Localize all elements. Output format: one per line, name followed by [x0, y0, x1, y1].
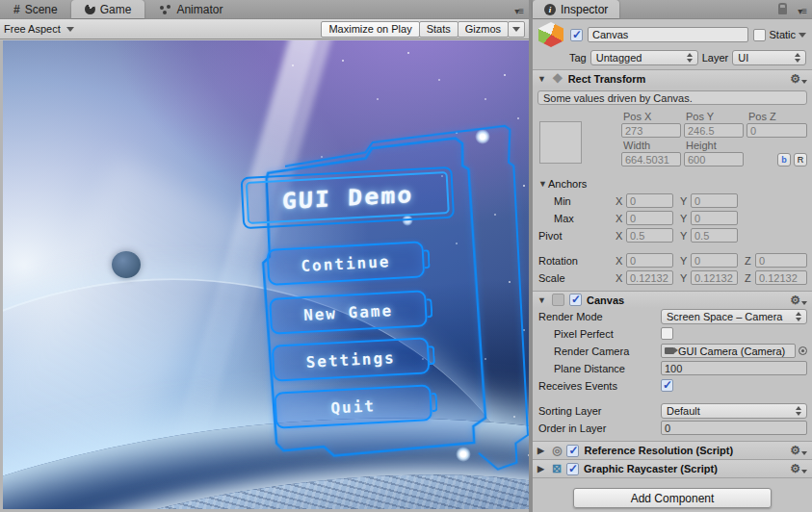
- axis-y-label: Y: [680, 272, 688, 284]
- pos-y-field: 246.5: [684, 123, 744, 138]
- rect-transform-icon: ❖: [552, 71, 563, 86]
- height-label: Height: [684, 139, 744, 151]
- static-checkbox[interactable]: [753, 29, 766, 41]
- pane-menu-icon[interactable]: ▾≡: [514, 6, 523, 16]
- canvas-enabled-checkbox[interactable]: [569, 294, 582, 306]
- aspect-dropdown[interactable]: Free Aspect: [4, 23, 163, 35]
- gear-icon: ⚙: [790, 294, 800, 307]
- graphic-raycaster-header[interactable]: ▶ ⊠ Graphic Raycaster (Script) ⚙: [533, 459, 812, 477]
- game-pacman-icon: [85, 4, 95, 14]
- canvas-scaler-icon: ◎: [552, 444, 562, 457]
- maximize-on-play-button[interactable]: Maximize on Play: [321, 21, 419, 38]
- foldout-closed-icon[interactable]: ▶: [537, 446, 547, 455]
- object-picker-icon[interactable]: [799, 346, 807, 355]
- tab-animator[interactable]: Animator: [144, 0, 236, 18]
- continue-label: Continue: [301, 252, 391, 275]
- graphic-raycaster-title: Graphic Raycaster (Script): [584, 463, 718, 474]
- axis-x-label: X: [616, 195, 623, 207]
- chevron-down-icon: [512, 27, 520, 32]
- render-mode-dropdown[interactable]: Screen Space – Camera: [661, 309, 807, 324]
- rect-transform-title: Rect Transform: [568, 73, 646, 85]
- tag-dropdown[interactable]: Untagged: [590, 50, 698, 65]
- pos-x-field: 273: [621, 123, 681, 138]
- anchors-max-row: Max X 0 Y 0: [533, 210, 812, 226]
- pivot-y-field: 0.5: [691, 228, 738, 243]
- tab-scene[interactable]: # Scene: [0, 0, 71, 18]
- sorting-layer-label: Sorting Layer: [538, 405, 661, 417]
- reference-resolution-checkbox[interactable]: [566, 445, 579, 457]
- sorting-layer-value: Default: [667, 405, 700, 417]
- rotation-x-field: 0: [626, 253, 673, 268]
- rotation-z-field: 0: [755, 253, 807, 268]
- quit-label: Quit: [330, 397, 376, 417]
- height-field: 600: [684, 152, 744, 166]
- foldout-open-icon[interactable]: ▼: [537, 74, 547, 84]
- anchors-label: Anchors: [548, 178, 587, 190]
- plane-distance-label: Plane Distance: [538, 363, 661, 374]
- render-camera-row: Render Camera GUI Camera (Camera): [533, 343, 812, 359]
- gear-caret-icon: [801, 301, 807, 305]
- chevron-down-icon: [66, 27, 74, 32]
- reference-resolution-header[interactable]: ▶ ◎ Reference Resolution (Script) ⚙: [533, 441, 812, 459]
- camera-icon: [665, 347, 674, 354]
- add-component-button[interactable]: Add Component: [573, 488, 772, 508]
- scene-game-pane: # Scene Game Animator ▾≡ Free Aspect Max…: [0, 0, 529, 512]
- raw-edit-mode-button[interactable]: R: [794, 153, 807, 166]
- aspect-dropdown-label: Free Aspect: [4, 23, 61, 35]
- scale-label: Scale: [538, 272, 616, 284]
- axis-y-label: Y: [680, 195, 688, 207]
- tab-game[interactable]: Game: [71, 0, 145, 18]
- graphic-raycaster-checkbox[interactable]: [566, 463, 579, 475]
- pivot-row: Pivot X 0.5 Y 0.5: [533, 227, 812, 243]
- blueprint-mode-button[interactable]: b: [777, 153, 791, 166]
- max-x-field: 0: [626, 211, 673, 225]
- component-menu[interactable]: ⚙: [790, 294, 807, 307]
- gizmos-dropdown[interactable]: [508, 21, 525, 38]
- order-in-layer-field[interactable]: 0: [661, 421, 807, 435]
- pos-z-label: Pos Z: [747, 110, 807, 122]
- axis-y-label: Y: [680, 230, 688, 242]
- foldout-closed-icon[interactable]: ▶: [537, 464, 547, 474]
- rect-position-cluster: Pos X Pos Y Pos Z 273 246.5 0 Width Heig…: [538, 110, 807, 171]
- anchors-foldout[interactable]: ▼ Anchors: [533, 175, 812, 192]
- active-checkbox[interactable]: [570, 29, 583, 41]
- layer-value: UI: [738, 52, 748, 64]
- add-component-label: Add Component: [631, 492, 715, 505]
- lock-icon[interactable]: [778, 8, 787, 14]
- notice-text: Some values driven by Canvas.: [543, 92, 693, 104]
- component-menu[interactable]: ⚙: [790, 444, 807, 457]
- component-menu[interactable]: ⚙: [790, 462, 807, 475]
- width-label: Width: [621, 139, 681, 151]
- max-label: Max: [538, 213, 616, 224]
- tab-inspector[interactable]: i Inspector: [533, 0, 619, 18]
- component-menu[interactable]: ⚙: [790, 72, 807, 86]
- gizmos-button[interactable]: Gizmos: [458, 21, 509, 38]
- foldout-open-icon[interactable]: ▼: [537, 295, 547, 305]
- pane-menu-icon[interactable]: ▾≡: [798, 6, 806, 16]
- layer-dropdown[interactable]: UI: [732, 50, 806, 65]
- layer-label: Layer: [702, 52, 729, 64]
- receives-events-checkbox[interactable]: [661, 379, 673, 392]
- scale-y-field: 0.12132: [691, 270, 738, 285]
- pixel-perfect-checkbox[interactable]: [661, 327, 673, 340]
- static-dropdown-icon[interactable]: [799, 33, 806, 38]
- gui-demo-menu: GUI Demo Continue New Game Settings Quit: [223, 92, 529, 492]
- receives-events-row: Receives Events: [533, 377, 812, 394]
- scale-row: Scale X 0.12132 Y 0.12132 Z 0.12132: [533, 269, 812, 286]
- anchor-preset-button[interactable]: [539, 121, 582, 164]
- gameobject-cube-icon[interactable]: [538, 22, 563, 47]
- render-mode-row: Render Mode Screen Space – Camera: [533, 308, 812, 324]
- order-in-layer-row: Order in Layer 0: [533, 420, 812, 436]
- game-toolbar: Free Aspect Maximize on Play Stats Gizmo…: [0, 19, 529, 39]
- render-camera-object-field[interactable]: GUI Camera (Camera): [661, 344, 796, 358]
- name-field[interactable]: Canvas: [588, 27, 748, 42]
- rect-transform-header[interactable]: ▼ ❖ Rect Transform ⚙: [533, 69, 812, 87]
- axis-x-label: X: [616, 255, 623, 267]
- canvas-component-header[interactable]: ▼ Canvas ⚙: [533, 291, 812, 308]
- sorting-layer-dropdown[interactable]: Default: [661, 403, 807, 419]
- info-icon: i: [544, 4, 556, 15]
- scale-z-field: 0.12132: [755, 270, 807, 285]
- plane-distance-field[interactable]: 100: [661, 361, 807, 375]
- stats-button[interactable]: Stats: [419, 21, 458, 38]
- gameobject-header: Canvas Static: [533, 19, 812, 48]
